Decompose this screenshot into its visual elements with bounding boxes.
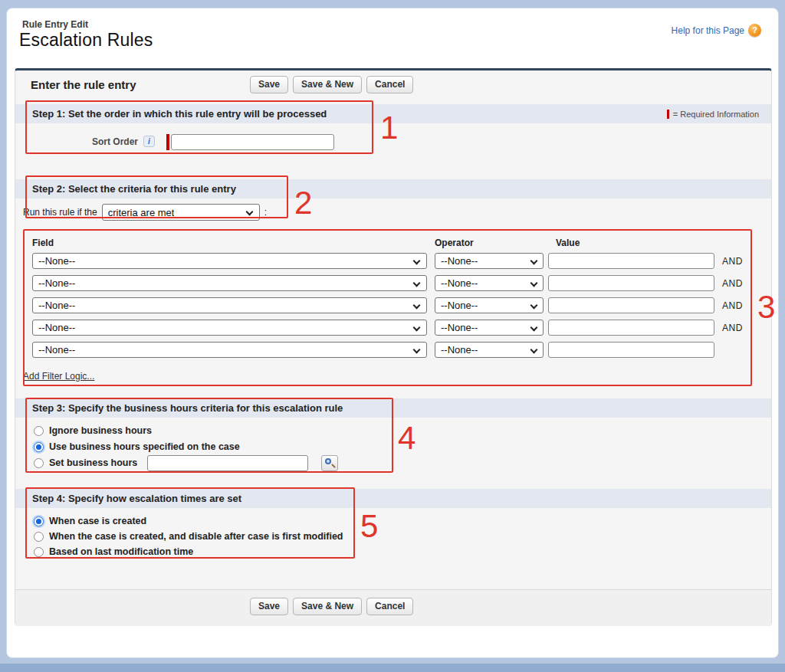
filter-column-operator: Operator: [435, 238, 474, 248]
save-button[interactable]: Save: [250, 76, 288, 93]
operator-select[interactable]: --None--: [435, 320, 544, 336]
step2-title: Step 2: Select the criteria for this rul…: [32, 183, 236, 195]
option-use-case-business-hours: Use business hours specified on the case: [34, 441, 240, 453]
chevron-down-icon: [413, 257, 421, 265]
field-select[interactable]: --None--: [32, 320, 427, 336]
and-join-label: AND: [722, 278, 743, 289]
required-legend-text: = Required Information: [673, 110, 759, 119]
help-question-icon[interactable]: ?: [748, 24, 761, 37]
filter-column-value: Value: [556, 238, 580, 248]
operator-select-value: --None--: [435, 322, 478, 333]
form-footer: Save Save & New Cancel: [15, 589, 771, 626]
option-created-disable-after-modified: When the case is created, and disable af…: [34, 530, 343, 543]
chevron-down-icon: [413, 346, 421, 354]
option-label: Based on last modification time: [49, 546, 193, 557]
option-label: When case is created: [49, 516, 146, 526]
chevron-down-icon: [530, 302, 538, 310]
run-rule-row: Run this rule if the criteria are met :: [23, 203, 267, 221]
filter-row: --None-- --None-- AND: [15, 297, 771, 314]
save-and-new-button[interactable]: Save & New: [293, 76, 362, 93]
chevron-down-icon: [530, 346, 538, 354]
operator-select[interactable]: --None--: [435, 297, 544, 313]
value-input[interactable]: [548, 320, 714, 336]
radio-button-selected[interactable]: [34, 442, 44, 452]
step3-header: Step 3: Specify the business hours crite…: [15, 398, 771, 418]
step1-header: Step 1: Set the order in which this rule…: [15, 104, 771, 123]
field-select[interactable]: --None--: [32, 275, 427, 291]
field-select-value: --None--: [33, 277, 75, 289]
field-select-value: --None--: [33, 255, 75, 267]
magnifier-handle: [331, 464, 336, 468]
required-bar-icon: [667, 110, 669, 119]
operator-select-value: --None--: [435, 255, 478, 267]
main-card: Rule Entry Edit Escalation Rules Help fo…: [6, 8, 779, 658]
filter-column-field: Field: [32, 238, 54, 248]
radio-button[interactable]: [34, 547, 44, 557]
section-header: Enter the rule entry Save Save & New Can…: [15, 70, 771, 100]
chevron-down-icon: [530, 257, 538, 265]
option-label: Use business hours specified on the case: [49, 441, 240, 452]
option-set-business-hours: Set business hours: [34, 457, 338, 469]
radio-button-selected[interactable]: [34, 516, 44, 526]
run-rule-suffix: :: [264, 207, 267, 218]
value-input[interactable]: [548, 297, 714, 313]
save-and-new-button[interactable]: Save & New: [293, 598, 362, 615]
section-title: Enter the rule entry: [31, 78, 136, 91]
step4-header: Step 4: Specify how escalation times are…: [15, 489, 771, 508]
option-label: When the case is created, and disable af…: [49, 531, 343, 542]
info-icon[interactable]: i: [143, 136, 155, 147]
value-input[interactable]: [548, 342, 714, 358]
step1-title: Step 1: Set the order in which this rule…: [32, 108, 327, 120]
field-select[interactable]: --None--: [32, 297, 427, 313]
option-ignore-business-hours: Ignore business hours: [34, 425, 152, 437]
bottom-button-row: Save Save & New Cancel: [250, 598, 413, 615]
sort-order-row: Sort Order i: [15, 133, 771, 152]
step2-header: Step 2: Select the criteria for this rul…: [15, 179, 771, 198]
value-input[interactable]: [548, 253, 714, 269]
lookup-magnifier-icon[interactable]: [321, 455, 338, 471]
page-title: Escalation Rules: [19, 30, 153, 51]
criteria-select[interactable]: criteria are met: [102, 204, 260, 221]
run-rule-label: Run this rule if the: [23, 207, 97, 218]
filter-row: --None-- --None--: [15, 342, 771, 359]
radio-button[interactable]: [34, 426, 44, 436]
field-select[interactable]: --None--: [32, 342, 427, 358]
chevron-down-icon: [413, 280, 421, 287]
operator-select[interactable]: --None--: [435, 342, 544, 358]
filter-row: --None-- --None-- AND: [15, 275, 771, 292]
magnifier-lens: [325, 458, 331, 464]
step4-title: Step 4: Specify how escalation times are…: [32, 493, 241, 504]
option-label: Ignore business hours: [49, 425, 152, 436]
help-area: Help for this Page ?: [672, 24, 761, 37]
option-when-case-created: When case is created: [34, 515, 146, 527]
operator-select[interactable]: --None--: [435, 275, 544, 291]
escalation-rule-entry-page: { "page": { "breadcrumb": "Rule Entry Ed…: [0, 0, 785, 672]
operator-select[interactable]: --None--: [435, 253, 544, 269]
required-legend: = Required Information: [667, 110, 759, 119]
add-filter-logic-link[interactable]: Add Filter Logic...: [23, 371, 94, 382]
chevron-down-icon: [413, 302, 421, 310]
filter-row: --None-- --None-- AND: [15, 253, 771, 270]
operator-select-value: --None--: [435, 300, 478, 311]
sort-order-input[interactable]: [171, 134, 334, 150]
chevron-down-icon: [413, 324, 421, 332]
field-select-value: --None--: [33, 322, 75, 333]
and-join-label: AND: [722, 256, 743, 267]
cancel-button[interactable]: Cancel: [366, 76, 413, 93]
and-join-label: AND: [722, 300, 743, 311]
field-select[interactable]: --None--: [32, 253, 427, 269]
business-hours-input[interactable]: [147, 455, 308, 471]
value-input[interactable]: [548, 275, 714, 291]
top-button-row: Save Save & New Cancel: [250, 76, 413, 93]
cancel-button[interactable]: Cancel: [366, 598, 413, 615]
help-link[interactable]: Help for this Page: [672, 25, 744, 36]
and-join-label: AND: [722, 323, 743, 333]
required-field-bar: [166, 134, 169, 150]
save-button[interactable]: Save: [250, 598, 288, 615]
breadcrumb: Rule Entry Edit: [22, 19, 88, 30]
criteria-select-value: criteria are met: [103, 207, 175, 218]
radio-button[interactable]: [34, 532, 44, 542]
rule-entry-form: Enter the rule entry Save Save & New Can…: [15, 68, 772, 624]
radio-button[interactable]: [34, 458, 44, 468]
option-based-on-last-modification: Based on last modification time: [34, 546, 193, 558]
